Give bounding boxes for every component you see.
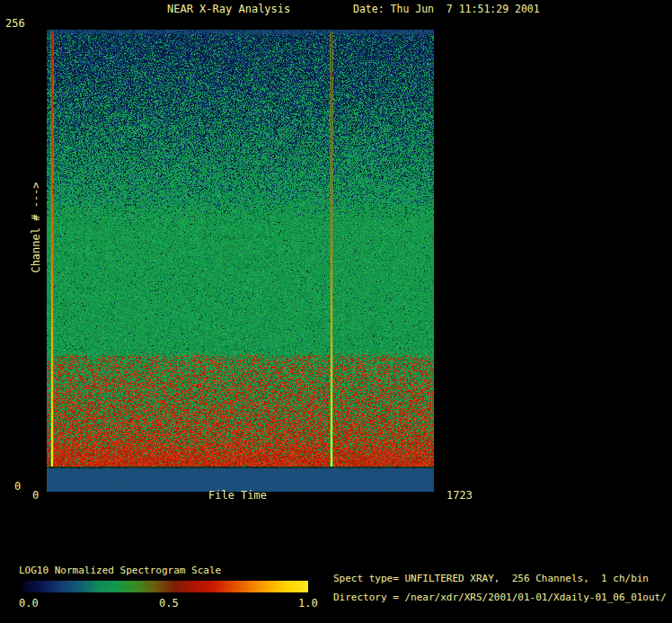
colorbar-tick-max: 1.0 bbox=[298, 598, 318, 610]
directory-info: Directory = /near/xdr/XRS/2001/01-01/Xda… bbox=[333, 592, 667, 603]
near-xray-analysis-window: NEAR X-Ray Analysis Date: Thu Jun 7 11:5… bbox=[0, 0, 672, 623]
x-axis-title: File Time bbox=[208, 490, 267, 502]
x-axis-max-label: 1723 bbox=[447, 490, 473, 502]
y-axis-title: Channel # ---> bbox=[31, 182, 42, 272]
spectrogram-plot bbox=[47, 30, 434, 492]
y-axis-max-label: 256 bbox=[5, 18, 25, 30]
y-axis-min-label: 0 bbox=[14, 481, 21, 493]
x-axis-min-label: 0 bbox=[32, 490, 39, 502]
colorbar-tick-min: 0.0 bbox=[19, 598, 39, 610]
colorbar-tick-mid: 0.5 bbox=[159, 598, 179, 610]
spect-type-info: Spect type= UNFILTERED XRAY, 256 Channel… bbox=[333, 574, 649, 584]
page-title: NEAR X-Ray Analysis bbox=[167, 4, 290, 15]
date-label: Date: Thu Jun 7 11:51:29 2001 bbox=[353, 4, 540, 15]
colorbar-title: LOG10 Normalized Spectrogram Scale bbox=[19, 565, 221, 576]
colorbar-gradient bbox=[22, 581, 308, 592]
